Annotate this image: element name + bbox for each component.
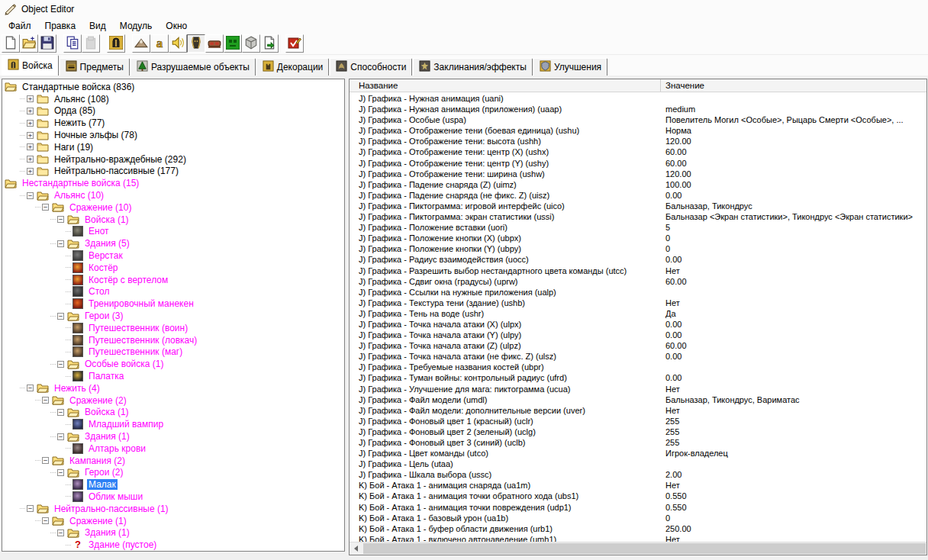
property-row[interactable]: J) Графика - Положение кнопки (Y) (ubpy)… [350, 243, 926, 254]
tree-item-label[interactable]: Палатка [87, 371, 125, 381]
property-row[interactable]: J) Графика - Радиус взаимодействия (uocc… [350, 254, 926, 265]
tree-item[interactable]: +Орда (85) [2, 105, 344, 117]
horizontal-scrollbar[interactable] [350, 542, 926, 555]
property-row[interactable]: J) Графика - Отображение тени: центр (X)… [350, 146, 926, 157]
tab-6[interactable]: Улучшения [533, 58, 607, 76]
column-header-value[interactable]: Значение [661, 79, 926, 92]
tree-item[interactable]: Путешественник (маг) [2, 346, 344, 359]
tree-item-label[interactable]: Младший вампир [87, 419, 165, 430]
tree-item-label[interactable]: Герои (3) [83, 311, 124, 321]
expand-icon[interactable]: + [27, 132, 34, 139]
tree-item-label[interactable]: Стол [87, 286, 111, 297]
tree-item[interactable]: Облик мыши [2, 491, 344, 503]
tree-item[interactable]: −Сражение (1) [2, 515, 344, 527]
tree-item[interactable]: Путешественник (ловкач) [2, 334, 344, 346]
tree-item[interactable]: Тренировочный манекен [2, 298, 344, 310]
tree-item-label[interactable]: Орда (85) [53, 105, 97, 116]
test-map-button[interactable] [285, 34, 304, 53]
collapse-icon[interactable]: − [57, 409, 64, 416]
collapse-icon[interactable]: − [27, 385, 34, 391]
property-row[interactable]: J) Графика - Отображение тени: ширина (u… [350, 169, 926, 179]
tree-item[interactable]: −Герои (2) [2, 467, 344, 479]
object-manager-button[interactable] [242, 34, 260, 53]
property-row[interactable]: J) Графика - Файл модели (umdl)Бальназар… [350, 394, 926, 405]
tree-item[interactable]: −Сражение (10) [2, 201, 344, 214]
scrollbar-thumb[interactable] [363, 543, 926, 554]
scroll-left-button[interactable] [350, 542, 362, 555]
tree-item-label[interactable]: Енот [87, 226, 111, 237]
property-row[interactable]: J) Графика - Фоновый цвет 2 (зеленый) (u… [350, 426, 926, 437]
property-row[interactable]: J) Графика - Ссылки на нужные приложения… [350, 287, 926, 298]
tree-item-label[interactable]: Сражение (1) [68, 516, 128, 526]
property-row[interactable]: J) Графика - Тень на воде (ushr)Да [350, 308, 926, 319]
expand-icon[interactable]: + [27, 143, 34, 150]
tree-item[interactable]: −Кампания (2) [2, 455, 344, 467]
tree-item-label[interactable]: Кампания (2) [68, 455, 127, 466]
tree-item-label[interactable]: Нейтрально-враждебные (292) [53, 154, 188, 165]
collapse-icon[interactable]: − [27, 505, 34, 512]
tree-item[interactable]: Путешественник (воин) [2, 322, 344, 334]
tree-item-label[interactable]: Здания (1) [83, 527, 131, 538]
tree-item-label[interactable]: Нейтрально-пассивные (1) [53, 504, 170, 514]
tree-item[interactable]: Стандартные войска (836) [2, 81, 344, 93]
tree-item-label[interactable]: Здания (1) [83, 431, 131, 442]
property-row[interactable]: J) Графика - Нужная анимация (uani) [350, 93, 926, 104]
tree-item-label[interactable]: Нежить (4) [53, 383, 102, 394]
tree-item[interactable]: +Ночные эльфы (78) [2, 129, 344, 141]
tree-item-label[interactable]: Ночные эльфы (78) [53, 130, 139, 140]
tree-item[interactable]: −Особые войска (1) [2, 358, 344, 370]
tree-item[interactable]: −Альянс (10) [2, 189, 344, 201]
paste-button[interactable] [82, 34, 100, 53]
collapse-icon[interactable]: − [57, 313, 64, 320]
collapse-icon[interactable]: − [57, 216, 64, 223]
menu-item-3[interactable]: Модуль [113, 19, 160, 33]
property-row[interactable]: J) Графика - Отображение тени (боевая ед… [350, 125, 926, 136]
tree-item-label[interactable]: Костёр с вертелом [87, 275, 169, 285]
collapse-icon[interactable]: − [57, 469, 64, 476]
menu-item-1[interactable]: Правка [38, 19, 83, 33]
tree-item-label[interactable]: Костёр [87, 262, 120, 273]
property-row[interactable]: J) Графика - Файл модели: дополнительные… [350, 405, 926, 416]
tree-item[interactable]: Алтарь крови [2, 443, 344, 455]
property-row[interactable]: J) Графика - Отображение тени: высота (u… [350, 136, 926, 146]
tree-item-label-selected[interactable]: Малак [87, 479, 118, 490]
tab-5[interactable]: Заклинания/эффекты [413, 58, 533, 76]
collapse-icon[interactable]: − [27, 192, 34, 199]
collapse-icon[interactable]: − [57, 240, 64, 247]
menu-item-2[interactable]: Вид [82, 19, 113, 33]
tree-item-label[interactable]: Нейтрально-пассивные (177) [53, 166, 180, 176]
tree-item[interactable]: −Герои (3) [2, 310, 344, 322]
tree-item[interactable]: +Наги (19) [2, 141, 344, 153]
tab-1[interactable]: Предметы [60, 58, 130, 76]
open-map-button[interactable] [20, 34, 38, 53]
collapse-icon[interactable]: − [57, 433, 64, 440]
object-editor-button[interactable] [187, 34, 205, 53]
tree-item[interactable]: −Здания (5) [2, 237, 344, 249]
tree-item-label[interactable]: Войска (1) [83, 214, 130, 225]
tree-item[interactable]: −Здания (1) [2, 526, 344, 539]
units-palette-button[interactable] [107, 34, 125, 53]
property-row[interactable]: J) Графика - Текстура тени (здание) (ush… [350, 298, 926, 308]
tree-item[interactable]: Верстак [2, 249, 344, 262]
trigger-editor-button[interactable]: a [150, 34, 169, 53]
tree-item-label[interactable]: Альянс (10) [53, 190, 105, 201]
tab-4[interactable]: Способности [330, 58, 412, 76]
column-header-name[interactable]: Название [350, 79, 661, 92]
tree-item[interactable]: +Нейтрально-пассивные (177) [2, 166, 344, 178]
tree-item[interactable]: Младший вампир [2, 418, 344, 430]
property-row[interactable]: K) Бой - Атака 1 - буфер области движени… [350, 523, 926, 534]
save-map-button[interactable] [38, 34, 56, 53]
tree-item[interactable]: Палатка [2, 370, 344, 382]
property-row[interactable]: J) Графика - Цель (utaa) [350, 459, 926, 469]
tree-item[interactable]: Костёр [2, 262, 344, 274]
property-row[interactable]: J) Графика - Отображение тени: центр (Y)… [350, 158, 926, 169]
property-row[interactable]: K) Бой - Атака 1 - анимация снаряда (ua1… [350, 480, 926, 491]
tree-item-label[interactable]: Здания (5) [83, 238, 131, 249]
property-row[interactable]: K) Бой - Атака 1 - анимация точки обратн… [350, 491, 926, 501]
tree-item[interactable]: Малак [2, 478, 344, 491]
tree-item[interactable]: Нестандартные войска (15) [2, 177, 344, 189]
sound-editor-button[interactable] [169, 34, 187, 53]
expand-icon[interactable]: + [27, 168, 34, 175]
collapse-icon[interactable]: − [57, 361, 64, 368]
tree-item[interactable]: +Альянс (108) [2, 93, 344, 105]
